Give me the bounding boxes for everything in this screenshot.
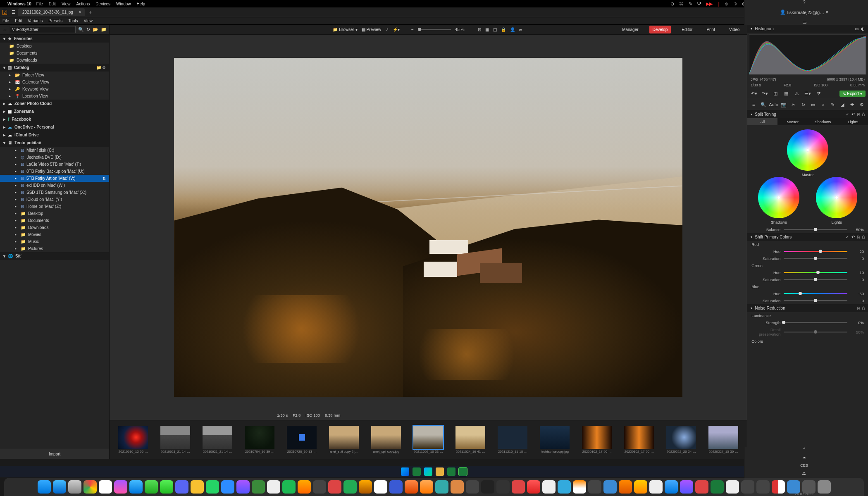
thumb[interactable]: 20210610_12-56-… xyxy=(114,426,153,453)
thumb[interactable]: anet_spil copy 2.j… xyxy=(324,426,363,453)
mac-menu-edit[interactable]: Edit xyxy=(49,2,56,6)
noise-strength-slider[interactable] xyxy=(784,322,847,323)
list-icon[interactable]: ☰▾ xyxy=(804,90,812,97)
tray-icon[interactable]: ☽ xyxy=(733,1,737,7)
dock-app-icon[interactable] xyxy=(726,480,739,494)
thumb[interactable]: 20210621_21-14-… xyxy=(156,426,195,453)
help-icon[interactable]: ? xyxy=(803,0,805,5)
tree-folder-movies[interactable]: ▸📁Movies xyxy=(0,231,109,238)
dock-app-icon[interactable] xyxy=(252,480,265,494)
green-sat-slider[interactable] xyxy=(784,279,847,280)
dock-app-icon[interactable] xyxy=(389,480,403,494)
tray-icon[interactable]: Ψ xyxy=(697,1,701,6)
app-name[interactable]: Windows 10 xyxy=(7,2,31,6)
tray-icon[interactable]: ‖ xyxy=(718,1,720,7)
clip-icon[interactable]: ▦ xyxy=(782,90,790,97)
tree-item-folderview[interactable]: ▸📂Folder View xyxy=(0,72,109,79)
tree-catalog-header[interactable]: ▾▥ Catalog📁 ⚙ xyxy=(0,64,109,72)
dock-discord-icon[interactable] xyxy=(175,480,188,494)
list-icon[interactable]: ☰ xyxy=(9,10,18,15)
compare-icon[interactable]: ◫ xyxy=(771,90,780,97)
fit-icon[interactable]: ⊡ xyxy=(478,27,481,32)
mac-menu-help[interactable]: Help xyxy=(137,2,145,6)
user-menu[interactable]: 👤 liskamatej23@g… ▾ xyxy=(780,10,828,15)
dock-app-icon[interactable] xyxy=(649,480,663,494)
dock-trash-icon[interactable] xyxy=(818,480,831,494)
win-tray-lang[interactable]: CES xyxy=(800,463,808,467)
tab-develop[interactable]: Develop xyxy=(649,26,671,33)
dock-mail-icon[interactable] xyxy=(129,480,143,494)
app-menu-variants[interactable]: Variants xyxy=(28,19,43,23)
person-icon[interactable]: 👤 xyxy=(510,27,515,32)
filter-icon[interactable]: ⧩ xyxy=(814,90,823,97)
check-icon[interactable]: ✓ xyxy=(846,112,849,117)
tree-folder-music[interactable]: ▸📁Music xyxy=(0,238,109,245)
tree-drive-t[interactable]: ▸⊟LaCie Video 5TB on 'Mac' (T:) xyxy=(0,161,109,168)
zoom-slider[interactable] xyxy=(418,29,451,30)
thumb[interactable]: 20220102_17-50-… xyxy=(577,426,616,453)
document-tab[interactable]: 20211002_10-33-36_01.jpg × xyxy=(18,8,85,16)
tray-icon[interactable]: ✎ xyxy=(689,1,692,7)
tree-item-calendarview[interactable]: ▸📅Calendar View xyxy=(0,79,109,86)
win-tray-net-icon[interactable]: 🖧 xyxy=(802,472,806,476)
tree-folder-downloads[interactable]: ▸📁Downloads xyxy=(0,224,109,231)
color-wheel-master[interactable] xyxy=(787,129,828,171)
tab-video[interactable]: Video xyxy=(726,26,743,33)
dock-vlc-icon[interactable] xyxy=(573,480,586,494)
mac-menu-view[interactable]: View xyxy=(62,2,71,6)
tree-zcloud-header[interactable]: ▸☁ Zoner Photo Cloud xyxy=(0,100,109,107)
tree-drive-v[interactable]: ▸⊟5TB Fotky Art on 'Mac' (V:)⇅ xyxy=(0,175,109,182)
st-tab-shadows[interactable]: Shadows xyxy=(808,118,838,125)
tab-editor[interactable]: Editor xyxy=(678,26,696,33)
browser-button[interactable]: 📁 Browser ▾ xyxy=(333,27,357,32)
mac-menu-devices[interactable]: Devices xyxy=(95,2,110,6)
dock-app-icon[interactable] xyxy=(236,480,250,494)
dock-app-icon[interactable] xyxy=(695,480,708,494)
grid-icon[interactable]: ▦ xyxy=(485,27,489,32)
tree-drive-x[interactable]: ▸⊟SSD 1TB Samsung on 'Mac' (X:) xyxy=(0,189,109,196)
mac-menu-file[interactable]: File xyxy=(36,2,43,6)
win-app-icon[interactable] xyxy=(447,467,455,476)
flash-icon[interactable]: ⚡▾ xyxy=(393,27,400,32)
thumb[interactable]: 20210704_16-39-… xyxy=(240,426,279,453)
warn-icon[interactable]: ⚠ xyxy=(793,90,801,97)
mac-menu-actions[interactable]: Actions xyxy=(76,2,90,6)
dock-messenger-icon[interactable] xyxy=(114,480,127,494)
auto-button[interactable]: Auto xyxy=(770,101,778,108)
dock-app-icon[interactable] xyxy=(756,480,770,494)
copy-icon[interactable]: ⎘ xyxy=(857,306,860,310)
tree-zonerama-header[interactable]: ▸▦ Zonerama xyxy=(0,107,109,115)
dock-calendar-icon[interactable] xyxy=(374,480,387,494)
tab-manager[interactable]: Manager xyxy=(619,26,641,33)
app-menu-presets[interactable]: Presets xyxy=(48,19,62,23)
hist-icon[interactable]: ◐ xyxy=(861,26,865,31)
st-tab-master[interactable]: Master xyxy=(777,118,808,125)
dock-app-icon[interactable] xyxy=(542,480,556,494)
dock-app-icon[interactable] xyxy=(496,480,510,494)
export-button[interactable]: ↯ Export ▾ xyxy=(839,91,866,97)
thumb-selected[interactable]: 20211002_10-33-… xyxy=(409,426,448,453)
copy-icon[interactable]: ⎘ xyxy=(857,112,860,117)
tree-item-documents[interactable]: 📁Documents xyxy=(0,50,109,57)
dock-app-icon[interactable] xyxy=(603,480,617,494)
mac-menu-window[interactable]: Window xyxy=(116,2,131,6)
dock-app-icon[interactable] xyxy=(787,480,800,494)
blue-hue-slider[interactable] xyxy=(784,293,847,294)
red-hue-slider[interactable] xyxy=(784,251,847,252)
search-icon[interactable]: 🔍 xyxy=(78,27,84,32)
win-app-icon[interactable] xyxy=(459,467,467,476)
app-menu-edit[interactable]: Edit xyxy=(15,19,22,23)
gear-icon[interactable]: ⚙ xyxy=(858,101,866,108)
tree-favorites-header[interactable]: ▾★ Favorites xyxy=(0,35,109,43)
preview-image[interactable] xyxy=(174,58,682,397)
dock-app-icon[interactable] xyxy=(588,480,601,494)
dock-app-icon[interactable] xyxy=(481,480,494,494)
tree-facebook-header[interactable]: ▸f Facebook xyxy=(0,115,109,123)
heal-icon[interactable]: ✚ xyxy=(849,101,856,108)
win-start-icon[interactable] xyxy=(401,467,409,476)
dock-finder-icon[interactable] xyxy=(38,480,51,494)
red-sat-slider[interactable] xyxy=(784,258,847,259)
color-wheel-shadows[interactable] xyxy=(758,177,799,218)
app-menu-file[interactable]: File xyxy=(2,19,9,23)
external-icon[interactable]: ↗ xyxy=(385,27,389,32)
